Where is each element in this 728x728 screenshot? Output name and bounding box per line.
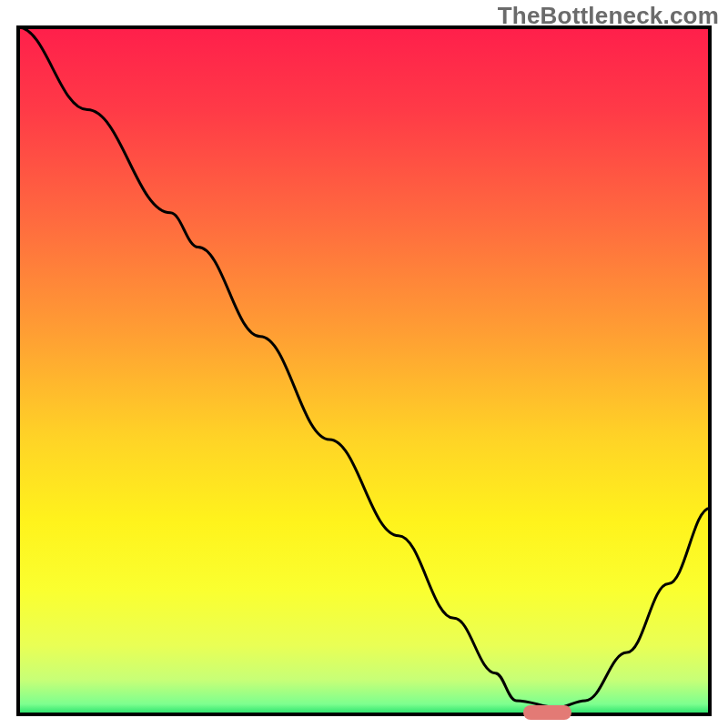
watermark-label: TheBottleneck.com bbox=[498, 2, 719, 30]
chart-plot bbox=[0, 0, 728, 728]
optimum-marker bbox=[523, 705, 571, 720]
bottleneck-chart: TheBottleneck.com bbox=[0, 0, 728, 728]
gradient-fill bbox=[18, 27, 710, 714]
